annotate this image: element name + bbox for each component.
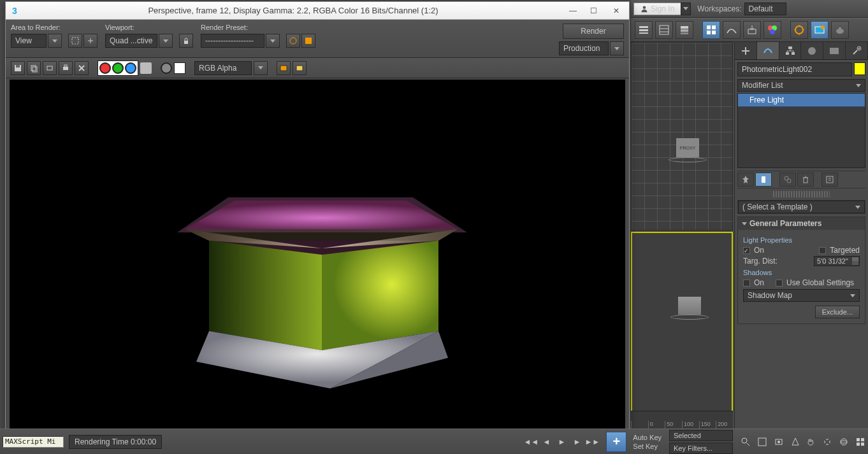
modify-tab[interactable] <box>757 42 779 59</box>
print-image-button[interactable] <box>59 61 73 75</box>
next-frame-button[interactable]: ► <box>570 435 584 449</box>
close-button[interactable]: ✕ <box>604 4 629 18</box>
render-output-canvas[interactable] <box>10 80 625 430</box>
exclude-button[interactable]: Exclude... <box>815 306 860 318</box>
pan-button[interactable] <box>804 435 818 449</box>
modifier-list-dropdown[interactable]: Modifier List <box>737 79 865 92</box>
motion-tab[interactable] <box>801 42 823 59</box>
svg-rect-27 <box>830 48 839 54</box>
make-unique-button[interactable] <box>779 173 796 187</box>
toolbar-btn-grid[interactable] <box>702 21 720 39</box>
set-key-plus-button[interactable]: + <box>606 432 626 452</box>
play-button[interactable]: ► <box>554 435 568 449</box>
object-name-field[interactable] <box>737 62 852 76</box>
prev-key-button[interactable]: ◄◄ <box>524 435 538 449</box>
configure-sets-button[interactable] <box>821 173 838 187</box>
shadows-on-checkbox[interactable] <box>743 280 750 287</box>
display-tab[interactable] <box>823 42 846 59</box>
toolbar-btn-render-setup[interactable] <box>790 21 808 39</box>
fov-button[interactable] <box>788 435 802 449</box>
shadow-type-dropdown[interactable]: Shadow Map <box>743 289 860 302</box>
stack-item-free-light[interactable]: Free Light <box>738 94 865 107</box>
edit-region-button[interactable] <box>68 34 82 48</box>
modifier-stack[interactable]: Free Light <box>737 93 865 168</box>
maximize-button[interactable]: ☐ <box>583 4 604 18</box>
toggle-ui-button[interactable] <box>293 61 307 75</box>
object-color-swatch[interactable] <box>854 62 865 75</box>
zoom-extents-button[interactable] <box>772 435 786 449</box>
area-dropdown-arrow[interactable] <box>48 34 62 48</box>
toolbar-btn-material[interactable] <box>763 21 781 39</box>
svg-point-62 <box>841 441 847 443</box>
use-global-checkbox[interactable] <box>776 280 783 287</box>
svg-rect-3 <box>639 32 648 34</box>
alpha-channel-button[interactable] <box>140 62 152 74</box>
rollout-drag-handle[interactable] <box>773 191 830 197</box>
time-ruler[interactable]: 0 50 100 150 200 <box>631 411 733 429</box>
toolbar-btn-1[interactable] <box>635 21 653 39</box>
window-titlebar[interactable]: 3 Perspective, frame 12, Display Gamma: … <box>6 2 629 20</box>
show-end-result-button[interactable] <box>755 173 772 187</box>
pin-stack-button[interactable] <box>737 173 754 187</box>
window-title: Perspective, frame 12, Display Gamma: 2.… <box>24 6 563 15</box>
create-tab[interactable] <box>735 42 757 59</box>
prev-frame-button[interactable]: ◄ <box>539 435 553 449</box>
toolbar-btn-teapot[interactable] <box>831 21 849 39</box>
utilities-tab[interactable] <box>846 42 868 59</box>
toolbar-btn-curve[interactable] <box>723 21 741 39</box>
set-key-button[interactable]: Set Key <box>629 443 665 450</box>
sign-in-dropdown[interactable] <box>681 3 691 15</box>
minimize-button[interactable]: — <box>563 4 583 18</box>
render-button[interactable]: Render <box>563 24 624 39</box>
clone-window-button[interactable] <box>43 61 57 75</box>
area-dropdown[interactable]: View <box>11 34 47 48</box>
toolbar-btn-import[interactable] <box>743 21 761 39</box>
sign-in-button[interactable]: Sign In <box>633 3 681 15</box>
render-setup-button[interactable] <box>286 34 300 48</box>
targ-dist-spinner[interactable]: 5'0 31/32" <box>814 256 860 266</box>
viewport-dropdown-arrow[interactable] <box>159 34 173 48</box>
production-dropdown-arrow[interactable] <box>610 41 624 55</box>
walk-button[interactable] <box>820 435 834 449</box>
save-image-button[interactable] <box>11 61 25 75</box>
green-channel-button[interactable] <box>112 62 124 74</box>
monochrome-button[interactable] <box>161 62 172 74</box>
workspaces-dropdown[interactable]: Default <box>744 3 786 15</box>
light-on-checkbox[interactable] <box>743 247 750 254</box>
channel-display-dropdown[interactable]: RGB Alpha <box>194 61 252 75</box>
template-dropdown[interactable]: ( Select a Template ) <box>738 201 865 213</box>
svg-point-31 <box>787 179 791 183</box>
lock-viewport-button[interactable] <box>179 34 193 48</box>
orbit-button[interactable] <box>837 435 851 449</box>
maximize-viewport-button[interactable] <box>853 435 867 449</box>
production-dropdown[interactable]: Production <box>559 41 609 55</box>
clear-image-button[interactable] <box>75 61 89 75</box>
toolbar-btn-3[interactable] <box>676 21 693 39</box>
targeted-checkbox[interactable] <box>819 247 826 254</box>
clear-color-button[interactable] <box>174 62 185 74</box>
next-key-button[interactable]: ►► <box>585 435 599 449</box>
key-filters-button[interactable]: Key Filters... <box>669 443 733 454</box>
auto-key-button[interactable]: Auto Key <box>629 434 665 441</box>
viewport-perspective-active[interactable] <box>631 232 733 428</box>
general-parameters-header[interactable]: General Parameters <box>738 217 865 230</box>
key-mode-dropdown[interactable]: Selected <box>669 430 733 441</box>
toolbar-btn-2[interactable] <box>655 21 673 39</box>
remove-modifier-button[interactable] <box>797 173 814 187</box>
viewport-dropdown[interactable]: Quad ...ctive <box>105 34 157 48</box>
viewport-top[interactable]: PROXY <box>631 42 733 231</box>
blue-channel-button[interactable] <box>125 62 136 74</box>
hierarchy-tab[interactable] <box>779 42 802 59</box>
toolbar-btn-render-frame[interactable] <box>811 21 828 39</box>
preset-dropdown[interactable]: ------------------- <box>201 34 264 48</box>
preset-dropdown-arrow[interactable] <box>266 34 280 48</box>
copy-image-button[interactable] <box>27 61 41 75</box>
zoom-all-button[interactable] <box>755 435 769 449</box>
environment-button[interactable] <box>301 34 315 48</box>
toggle-overlay-button[interactable] <box>277 61 291 75</box>
channel-dropdown-arrow[interactable] <box>254 61 268 75</box>
red-channel-button[interactable] <box>99 62 111 74</box>
maxscript-listener[interactable]: MAXScript Mi <box>3 436 64 448</box>
zoom-button[interactable] <box>739 435 753 449</box>
auto-region-button[interactable] <box>83 34 98 48</box>
